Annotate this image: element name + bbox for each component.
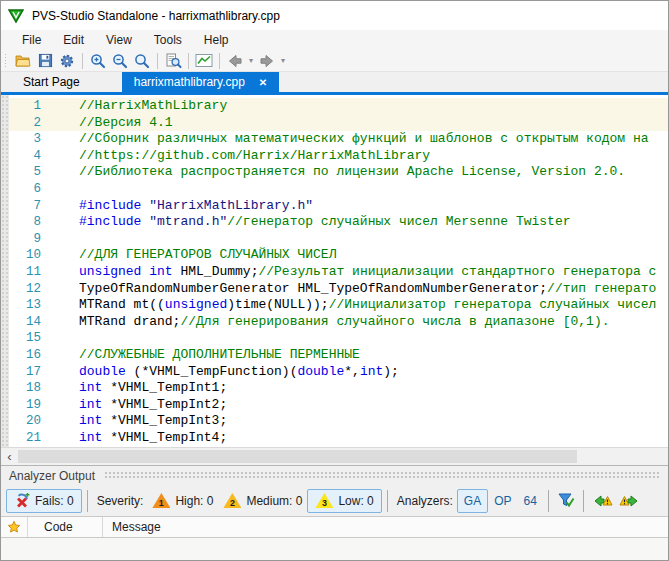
analyzer-op-button[interactable]: OP [488, 489, 517, 513]
editor-margin-strip [1, 95, 9, 447]
code-text: //Версия 4.1 [79, 115, 173, 132]
navigate-forward-button[interactable] [256, 51, 278, 71]
scrollbar-track[interactable] [18, 448, 668, 465]
next-message-button[interactable] [616, 492, 643, 510]
output-separator [583, 490, 584, 512]
back-dropdown-icon[interactable]: ▾ [246, 56, 256, 65]
title-bar: PVS-Studio Standalone - harrixmathlibrar… [1, 1, 668, 30]
code-line[interactable]: 10//ДЛЯ ГЕНЕРАТОРОВ СЛУЧАЙНЫХ ЧИСЕЛ [1, 247, 668, 264]
code-line[interactable]: 9 [1, 231, 668, 248]
settings-button[interactable] [56, 51, 78, 71]
filter-button[interactable] [554, 491, 578, 510]
code-line[interactable]: 21int *VHML_TempInt4; [1, 430, 668, 447]
code-line[interactable]: 11unsigned int HML_Dummy;//Результат ини… [1, 264, 668, 281]
save-button[interactable] [34, 51, 56, 71]
scroll-left-icon[interactable]: ‹ [1, 448, 18, 465]
line-number: 2 [9, 115, 41, 132]
severity-medium-filter[interactable]: 2 Medium: 0 [218, 489, 307, 513]
menu-file[interactable]: File [11, 31, 52, 49]
toolbar-separator [157, 53, 158, 69]
toolbar: ▾ ▾ [1, 50, 668, 72]
line-number: 20 [9, 413, 41, 430]
line-number: 18 [9, 380, 41, 397]
code-text: #include "mtrand.h"//генератор случайных… [79, 214, 571, 231]
line-number: 9 [9, 231, 41, 248]
code-line[interactable]: 20int *VHML_TempInt3; [1, 413, 668, 430]
filter-funnel-icon [557, 492, 575, 509]
line-number: 13 [9, 297, 41, 314]
severity-high-filter[interactable]: 1 High: 0 [147, 489, 218, 513]
analyzer-output-header: Analyzer Output [1, 465, 668, 485]
code-line[interactable]: 16//СЛУЖЕБНЫЕ ДОПОЛНИТЕЛЬНЫЕ ПЕРМЕННЫЕ [1, 347, 668, 364]
tab-start-page[interactable]: Start Page [7, 72, 96, 92]
code-line[interactable]: 2//Версия 4.1 [1, 115, 668, 132]
fails-label: Fails: 0 [35, 494, 74, 508]
close-tab-icon[interactable]: ✕ [259, 77, 267, 88]
results-table-header: Code Message [1, 516, 668, 538]
line-number: 22 [9, 446, 41, 447]
zoom-in-button[interactable] [87, 51, 109, 71]
code-text: #include "HarrixMathLibrary.h" [79, 198, 313, 215]
line-number: 6 [9, 181, 41, 198]
analyzer-output-grip[interactable] [104, 471, 660, 480]
preview-search-button[interactable] [162, 51, 184, 71]
code-line[interactable]: 19int *VHML_TempInt2; [1, 397, 668, 414]
code-line[interactable]: 6 [1, 181, 668, 198]
code-line[interactable]: 15 [1, 330, 668, 347]
analyzer-output-title: Analyzer Output [9, 469, 95, 483]
open-file-button[interactable] [12, 51, 34, 71]
line-number: 1 [9, 98, 41, 115]
severity-low-icon: 3 [315, 493, 333, 508]
horizontal-scrollbar[interactable]: ‹ [1, 447, 668, 465]
previous-message-button[interactable] [589, 492, 616, 510]
code-line[interactable]: 5//Библиотека распространяется по лиценз… [1, 164, 668, 181]
scrollbar-thumb[interactable] [18, 450, 577, 463]
search-icon [134, 53, 150, 69]
save-floppy-icon [38, 53, 53, 68]
code-text: MTRand drand;//Для генерирования случайн… [79, 314, 610, 331]
line-number: 12 [9, 281, 41, 298]
code-line[interactable]: 7#include "HarrixMathLibrary.h" [1, 198, 668, 215]
code-line[interactable]: 17double (*VHML_TempFunction)(double*,in… [1, 364, 668, 381]
message-column-header[interactable]: Message [103, 517, 668, 537]
code-text: //Сборник различных математических функц… [79, 131, 649, 148]
code-editor[interactable]: 1//HarrixMathLibrary2//Версия 4.13//Сбор… [1, 95, 668, 447]
code-text: int *VHML_TempInt1; [79, 380, 227, 397]
code-text: TypeOfRandomNumberGenerator HML_TypeOfRa… [79, 281, 656, 298]
favorites-column-header[interactable] [1, 517, 28, 537]
navigate-back-button[interactable] [224, 51, 246, 71]
code-line[interactable]: 22double *VHML_TempDouble1; [1, 446, 668, 447]
forward-dropdown-icon[interactable]: ▾ [278, 56, 288, 65]
code-line[interactable]: 18int *VHML_TempInt1; [1, 380, 668, 397]
severity-high-icon: 1 [152, 493, 170, 508]
line-number: 15 [9, 330, 41, 347]
results-table-body[interactable] [1, 538, 668, 560]
next-warning-icon [619, 493, 640, 509]
code-line[interactable]: 4//https://github.com/Harrix/HarrixMathL… [1, 148, 668, 165]
menu-tools[interactable]: Tools [143, 31, 193, 49]
window-title: PVS-Studio Standalone - harrixmathlibrar… [32, 9, 280, 23]
fails-filter-button[interactable]: Fails: 0 [6, 489, 82, 513]
code-line[interactable]: 8#include "mtrand.h"//генератор случайны… [1, 214, 668, 231]
code-line[interactable]: 12TypeOfRandomNumberGenerator HML_TypeOf… [1, 281, 668, 298]
code-column-header[interactable]: Code [28, 517, 103, 537]
code-text: //ДЛЯ ГЕНЕРАТОРОВ СЛУЧАЙНЫХ ЧИСЕЛ [79, 247, 336, 264]
output-separator [548, 490, 549, 512]
menu-help[interactable]: Help [193, 31, 240, 49]
code-line[interactable]: 1//HarrixMathLibrary [1, 98, 668, 115]
code-line[interactable]: 3//Сборник различных математических функ… [1, 131, 668, 148]
search-button[interactable] [131, 51, 153, 71]
severity-low-filter[interactable]: 3 Low: 0 [307, 489, 381, 513]
analyzer-64-button[interactable]: 64 [518, 489, 543, 513]
zoom-out-button[interactable] [109, 51, 131, 71]
code-line[interactable]: 13MTRand mt((unsigned)time(NULL));//Иниц… [1, 297, 668, 314]
analyzer-ga-button[interactable]: GA [457, 489, 488, 513]
previous-warning-icon [592, 493, 613, 509]
code-line[interactable]: 14MTRand drand;//Для генерирования случа… [1, 314, 668, 331]
code-text: MTRand mt((unsigned)time(NULL));//Инициа… [79, 297, 656, 314]
tab-harrixmathlibrary[interactable]: harrixmathlibrary.cpp ✕ [122, 72, 280, 92]
statistics-button[interactable] [193, 51, 215, 71]
menu-edit[interactable]: Edit [52, 31, 95, 49]
menu-view[interactable]: View [95, 31, 143, 49]
gear-icon [59, 53, 75, 69]
